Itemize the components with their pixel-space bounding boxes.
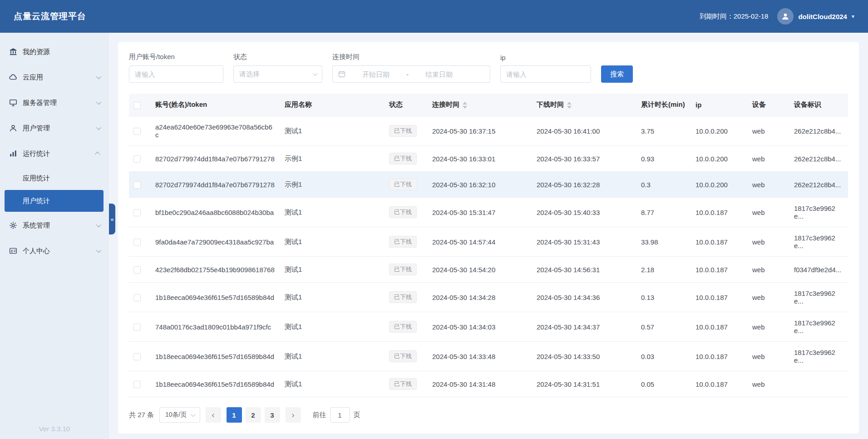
sidebar-subitem-user-statistics[interactable]: 用户统计 <box>5 190 104 212</box>
table-row: 9fa0da4ae7a729009ec4318aa5c927ba测试1已下线20… <box>129 227 848 257</box>
cell-offline-time: 2024-05-30 14:33:50 <box>532 342 636 371</box>
start-date-input[interactable] <box>349 70 403 78</box>
cell-ip: 10.0.0.187 <box>691 371 748 397</box>
cell-offline-time: 2024-05-30 15:31:43 <box>532 227 636 257</box>
select-all-checkbox[interactable] <box>133 102 141 109</box>
sort-icon[interactable] <box>463 102 467 109</box>
table-row: 82702d779974dd1f84a7e07b67791278示例1已下线20… <box>129 146 848 172</box>
cell-duration: 0.57 <box>636 312 691 342</box>
row-checkbox[interactable] <box>133 128 141 135</box>
main-content: 用户账号/token 状态 请选择 连接时间 - <box>109 33 868 439</box>
cell-status: 已下线 <box>385 312 428 342</box>
cell-device: web <box>748 312 789 342</box>
chevron-down-icon <box>96 222 101 227</box>
sidebar-collapse-handle[interactable]: « <box>109 204 115 234</box>
cell-app-name: 测试1 <box>280 283 385 312</box>
row-checkbox[interactable] <box>133 155 141 163</box>
sidebar-item-system-management[interactable]: 系统管理 <box>0 213 109 238</box>
search-button[interactable]: 搜索 <box>601 65 633 83</box>
gear-icon <box>9 221 17 229</box>
cell-token: 1b18eeca0694e36f615e57d16589b84d <box>151 371 280 397</box>
cell-device-id: 1817c3e9962e... <box>789 312 848 342</box>
sidebar-subitem-label: 用户统计 <box>23 197 50 205</box>
col-header-offline-time[interactable]: 下线时间 <box>532 94 636 116</box>
cell-connect-time: 2024-05-30 16:33:01 <box>428 146 532 172</box>
cell-device: web <box>748 257 789 283</box>
sidebar-item-my-resources[interactable]: 我的资源 <box>0 39 109 65</box>
cell-token: a24ea6240e60e73e69963e708a56cb6c <box>151 116 280 146</box>
cell-device: web <box>748 283 789 312</box>
pagination-total: 共 27 条 <box>129 411 154 419</box>
cell-offline-time: 2024-05-30 16:32:28 <box>532 172 636 198</box>
date-range-picker[interactable]: - <box>332 65 490 83</box>
sidebar-item-label: 我的资源 <box>23 48 50 56</box>
prev-page-button[interactable]: ‹ <box>206 407 221 423</box>
status-select[interactable]: 请选择 <box>233 65 322 83</box>
time-filter-label: 连接时间 <box>332 53 490 61</box>
cell-status: 已下线 <box>385 116 428 146</box>
cell-offline-time: 2024-05-30 14:34:37 <box>532 312 636 342</box>
cell-checkbox <box>129 371 151 397</box>
goto-page-input[interactable] <box>330 407 350 423</box>
row-checkbox[interactable] <box>133 381 141 388</box>
cell-status: 已下线 <box>385 371 428 397</box>
table-body: a24ea6240e60e73e69963e708a56cb6c测试1已下线20… <box>129 116 848 397</box>
cell-checkbox <box>129 116 151 146</box>
cell-connect-time: 2024-05-30 14:31:48 <box>428 371 532 397</box>
sidebar-item-user-management[interactable]: 用户管理 <box>0 115 109 141</box>
account-input[interactable] <box>129 65 223 83</box>
row-checkbox[interactable] <box>133 294 141 301</box>
ip-input[interactable] <box>500 65 591 83</box>
cell-ip: 10.0.0.187 <box>691 283 748 312</box>
cell-offline-time: 2024-05-30 14:31:51 <box>532 371 636 397</box>
col-header-connect-time[interactable]: 连接时间 <box>428 94 532 116</box>
table-row: bf1be0c290a246aa8bc6088b024b30ba测试1已下线20… <box>129 198 848 227</box>
cell-device-id: 1817c3e9962e... <box>789 198 848 227</box>
row-checkbox[interactable] <box>133 266 141 274</box>
cell-device-id: f0347df9e2d4... <box>789 257 848 283</box>
page-button[interactable]: 3 <box>265 407 280 423</box>
sort-icon[interactable] <box>567 102 572 109</box>
status-badge: 已下线 <box>389 179 417 190</box>
sidebar-item-label: 云应用 <box>23 73 43 82</box>
cell-device-id: 1817c3e9962e... <box>789 283 848 312</box>
sidebar-item-cloud-apps[interactable]: 云应用 <box>0 65 109 90</box>
sidebar-item-label: 运行统计 <box>23 150 50 158</box>
page-button[interactable]: 1 <box>227 407 242 423</box>
cell-token: 9fa0da4ae7a729009ec4318aa5c927ba <box>151 227 280 257</box>
content-card: 用户账号/token 状态 请选择 连接时间 - <box>118 42 859 434</box>
cell-checkbox <box>129 146 151 172</box>
sidebar-subitem-app-statistics[interactable]: 应用统计 <box>5 167 104 189</box>
row-checkbox[interactable] <box>133 324 141 331</box>
next-page-button[interactable]: › <box>286 407 301 423</box>
cell-checkbox <box>129 227 151 257</box>
end-date-input[interactable] <box>412 70 466 78</box>
chevron-up-icon <box>95 152 100 157</box>
row-checkbox[interactable] <box>133 353 141 360</box>
user-menu[interactable]: dolitCloud2024 ▾ <box>777 8 854 25</box>
sidebar-item-personal-center[interactable]: 个人中心 <box>0 238 109 264</box>
cell-ip: 10.0.0.187 <box>691 312 748 342</box>
cell-ip: 10.0.0.200 <box>691 172 748 198</box>
cell-connect-time: 2024-05-30 14:33:48 <box>428 342 532 371</box>
pagination: 共 27 条 10条/页 ‹ 123 › 前往 页 <box>129 407 848 423</box>
page-size-select[interactable]: 10条/页 <box>159 407 200 423</box>
row-checkbox[interactable] <box>133 181 141 189</box>
row-checkbox[interactable] <box>133 239 141 246</box>
cell-connect-time: 2024-05-30 14:57:44 <box>428 227 532 257</box>
cell-checkbox <box>129 172 151 198</box>
sidebar-item-run-statistics[interactable]: 运行统计 <box>0 141 109 166</box>
chevron-down-icon <box>190 412 195 417</box>
sidebar-item-server-management[interactable]: 服务器管理 <box>0 90 109 115</box>
cell-token: 1b18eeca0694e36f615e57d16589b84d <box>151 342 280 371</box>
row-checkbox[interactable] <box>133 209 141 216</box>
cell-app-name: 测试1 <box>280 342 385 371</box>
cell-status: 已下线 <box>385 283 428 312</box>
cell-offline-time: 2024-05-30 16:41:00 <box>532 116 636 146</box>
page-size-value: 10条/页 <box>165 411 187 419</box>
chevron-down-icon <box>96 74 101 79</box>
page-button[interactable]: 2 <box>246 407 261 423</box>
cell-app-name: 测试1 <box>280 312 385 342</box>
cell-connect-time: 2024-05-30 15:31:47 <box>428 198 532 227</box>
status-badge: 已下线 <box>389 378 417 390</box>
